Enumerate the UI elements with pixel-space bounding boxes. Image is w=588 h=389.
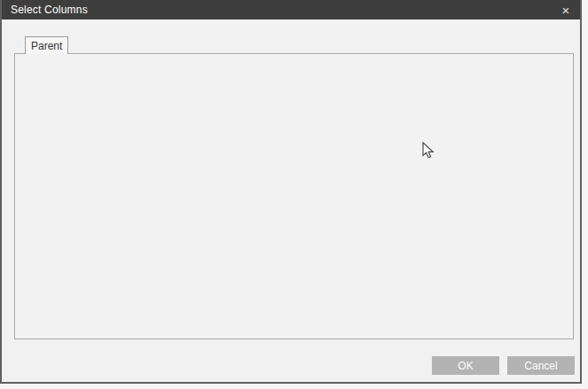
ok-button[interactable]: OK xyxy=(432,356,499,375)
tab-panel xyxy=(14,53,574,339)
tab-label: Parent xyxy=(31,40,62,52)
select-columns-dialog: Select Columns × Parent Available column… xyxy=(0,0,582,384)
window-title: Select Columns xyxy=(11,4,88,16)
tab-parent[interactable]: Parent xyxy=(25,36,68,54)
titlebar[interactable]: Select Columns × xyxy=(2,0,580,19)
cancel-button[interactable]: Cancel xyxy=(507,356,575,375)
close-icon[interactable]: × xyxy=(555,0,576,19)
